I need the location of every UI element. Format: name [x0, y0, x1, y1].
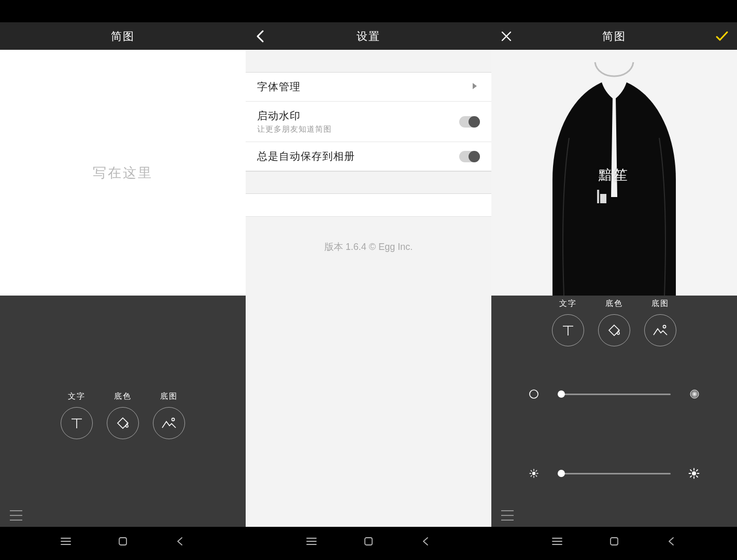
settings-body: 字体管理 启动水印 让更多朋友知道简图 总是自动保存到相册 版本 1.6.4 — [246, 50, 491, 527]
svg-point-6 — [690, 390, 699, 398]
bg-color-icon — [607, 323, 621, 338]
tool-text-label: 文字 — [68, 391, 86, 401]
svg-line-14 — [536, 470, 537, 471]
svg-line-12 — [531, 470, 532, 471]
editor-canvas[interactable]: 黯笙 — [491, 50, 737, 296]
svg-line-23 — [697, 470, 698, 471]
nav-recents-icon[interactable] — [52, 527, 80, 555]
row-font-management-title: 字体管理 — [257, 80, 480, 94]
pane-settings: 设置 字体管理 启动水印 让更多朋友知道简图 总是自动保存到相册 — [246, 22, 491, 527]
row-watermark: 启动水印 让更多朋友知道简图 — [246, 102, 491, 142]
tool-text-button[interactable] — [61, 407, 93, 439]
tool-text: 文字 — [551, 299, 585, 346]
section-gap — [246, 50, 491, 73]
row-font-management[interactable]: 字体管理 — [246, 73, 491, 102]
close-icon — [501, 31, 512, 42]
tool-bg-color: 底色 — [106, 391, 139, 439]
chevron-right-icon — [472, 82, 478, 92]
slider-brightness[interactable] — [529, 467, 700, 480]
tool-panel: 文字 底色 — [0, 296, 246, 527]
toggle-watermark[interactable] — [459, 116, 480, 128]
tool-bg-color-button[interactable] — [598, 314, 630, 346]
row-watermark-title: 启动水印 — [257, 109, 480, 123]
titlebar: 简图 — [0, 22, 246, 50]
tool-bg-image-button[interactable] — [644, 314, 676, 346]
os-navbar — [491, 527, 737, 555]
tool-text-label: 文字 — [559, 299, 577, 309]
tool-bg-color-button[interactable] — [107, 407, 139, 439]
bg-color-icon — [116, 416, 130, 430]
nav-home-icon[interactable] — [600, 527, 628, 555]
tool-bg-color: 底色 — [598, 299, 631, 346]
tool-text-button[interactable] — [552, 314, 584, 346]
slider-blur-thumb[interactable] — [558, 390, 565, 398]
nav-recents-icon[interactable] — [297, 527, 325, 555]
back-button[interactable] — [246, 22, 276, 50]
os-navbar — [0, 527, 246, 555]
overlay-text[interactable]: 黯笙 — [491, 166, 737, 184]
nav-home-icon[interactable] — [355, 527, 382, 555]
tool-panel: 文字 底色 — [491, 296, 737, 527]
nav-recents-icon[interactable] — [543, 527, 571, 555]
hamburger-icon[interactable] — [501, 510, 514, 521]
nav-back-icon[interactable] — [657, 527, 685, 555]
svg-rect-32 — [365, 538, 372, 545]
tool-row: 文字 底色 — [491, 299, 737, 346]
bg-image-icon — [653, 324, 668, 337]
letterbox-top — [0, 0, 737, 22]
editor-canvas[interactable]: 写在这里 — [0, 50, 246, 296]
svg-point-7 — [532, 472, 535, 475]
pane-editor-filled: 简图 — [491, 22, 737, 527]
tool-bg-image-button[interactable] — [153, 407, 185, 439]
row-watermark-sub: 让更多朋友知道简图 — [257, 124, 480, 134]
svg-rect-28 — [119, 538, 126, 545]
tool-bg-image-label: 底图 — [651, 299, 669, 309]
slider-brightness-thumb[interactable] — [558, 470, 565, 477]
slider-blur[interactable] — [529, 388, 700, 400]
text-icon — [561, 323, 575, 338]
toggle-autosave[interactable] — [459, 151, 480, 162]
svg-line-22 — [697, 476, 698, 477]
tool-bg-image: 底图 — [644, 299, 677, 346]
svg-rect-36 — [611, 538, 618, 545]
chevron-left-icon — [256, 29, 266, 44]
svg-point-0 — [172, 418, 174, 421]
editor-placeholder: 写在这里 — [93, 164, 153, 182]
tool-row: 文字 底色 — [0, 391, 246, 439]
svg-rect-3 — [597, 190, 599, 203]
check-icon — [715, 31, 729, 42]
svg-rect-2 — [600, 194, 606, 203]
tool-bg-color-label: 底色 — [114, 391, 132, 401]
page-title: 设置 — [357, 29, 380, 44]
row-autosave-title: 总是自动保存到相册 — [257, 149, 480, 163]
page-title: 简图 — [111, 29, 135, 44]
nav-back-icon[interactable] — [166, 527, 194, 555]
row-autosave: 总是自动保存到相册 — [246, 142, 491, 171]
nav-back-icon[interactable] — [412, 527, 440, 555]
svg-point-5 — [530, 390, 538, 398]
pane-editor-empty: 简图 写在这里 文字 底色 — [0, 22, 246, 527]
nav-home-icon[interactable] — [109, 527, 137, 555]
close-button[interactable] — [491, 22, 521, 50]
svg-line-15 — [531, 475, 532, 477]
svg-line-21 — [690, 470, 691, 471]
titlebar: 简图 — [491, 22, 737, 50]
hamburger-icon[interactable] — [10, 510, 22, 521]
blur-full-icon — [671, 389, 700, 399]
blank-row[interactable] — [246, 194, 491, 217]
tool-bg-image: 底图 — [152, 391, 186, 439]
svg-point-16 — [692, 471, 696, 475]
section-gap — [246, 171, 491, 194]
os-navbar — [246, 527, 491, 555]
svg-line-24 — [690, 476, 691, 477]
version-line: 版本 1.6.4 © Egg Inc. — [246, 217, 491, 253]
brightness-high-icon — [671, 468, 700, 479]
svg-point-4 — [663, 325, 665, 328]
tool-text: 文字 — [60, 391, 93, 439]
titlebar: 设置 — [246, 22, 491, 50]
confirm-button[interactable] — [707, 22, 737, 50]
bg-image-icon — [161, 416, 177, 430]
blur-empty-icon — [529, 389, 558, 399]
slider-blur-track[interactable] — [558, 394, 671, 395]
slider-brightness-track[interactable] — [558, 473, 671, 474]
